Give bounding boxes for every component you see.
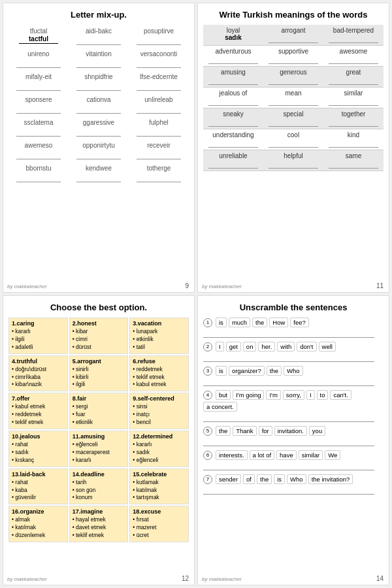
word-tile[interactable]: is [216, 366, 227, 376]
word-tile[interactable]: I [306, 390, 315, 400]
word-tile[interactable]: to [317, 390, 329, 400]
turkish-blank[interactable] [329, 35, 378, 43]
word-tile[interactable]: a lot of [250, 450, 275, 460]
word-tile[interactable]: of [243, 474, 255, 484]
word-tile[interactable]: organizer? [229, 366, 265, 376]
answer-blank[interactable] [16, 150, 60, 159]
answer-blank[interactable] [137, 127, 180, 137]
turkish-blank[interactable] [208, 140, 258, 148]
word-tile[interactable]: you [309, 426, 325, 436]
choose-cell-title: 7.offer [12, 395, 65, 402]
answer-blank[interactable] [137, 173, 180, 182]
word-tile[interactable]: is [216, 318, 227, 327]
turkish-blank[interactable] [269, 98, 318, 106]
choose-option: reddetmek [133, 366, 186, 374]
answer-blank[interactable] [76, 59, 120, 68]
answer-blank[interactable] [76, 36, 120, 45]
answer-blank[interactable] [76, 105, 120, 114]
scrambled-word: kendwee [71, 165, 126, 172]
word-tile[interactable]: sender [216, 474, 241, 484]
turkish-blank[interactable] [329, 140, 378, 148]
word-tile[interactable]: much [229, 318, 250, 327]
letter-grid: tfuctaltactfulaidi-bakcposuptirveunireno… [8, 25, 189, 185]
turkish-blank[interactable] [269, 77, 318, 85]
turkish-blank[interactable] [329, 77, 378, 85]
word-tile[interactable]: sorry, [283, 390, 304, 400]
turkish-blank[interactable] [329, 56, 378, 64]
turkish-blank[interactable] [208, 119, 258, 127]
choose-grid: 1.caringkararlıilgiliadaletli2.honestkib… [8, 318, 189, 542]
scrambled-word: unlireleab [131, 96, 186, 103]
sentence-answer-line[interactable] [203, 438, 374, 446]
answer-blank[interactable] [16, 173, 60, 182]
word-tile[interactable]: a concert. [203, 402, 237, 412]
turkish-blank[interactable] [329, 161, 378, 169]
choose-cell: 4.truthfuldoğru\dürüstcimri\kabakibar\na… [8, 355, 68, 392]
answer-blank[interactable] [76, 127, 120, 137]
sentence-answer-line[interactable] [203, 414, 374, 422]
answer-blank[interactable] [137, 105, 180, 114]
answer-blank[interactable] [76, 173, 120, 182]
answer-blank[interactable] [137, 59, 180, 68]
letter-cell: opponirtytu [69, 139, 129, 162]
word-tile[interactable]: the [267, 366, 282, 376]
answer-blank[interactable] [137, 82, 180, 91]
answer-blank[interactable] [137, 150, 180, 159]
turkish-blank[interactable] [269, 161, 318, 169]
word-tile[interactable]: for [259, 426, 272, 436]
word-tile[interactable]: is [274, 474, 285, 484]
choose-options: fırsatmazeretücret [133, 516, 186, 540]
word-tile[interactable]: the invitation? [308, 474, 353, 484]
turkish-blank[interactable] [208, 77, 258, 85]
answer-blank[interactable] [16, 82, 60, 91]
turkish-blank[interactable] [208, 161, 258, 169]
answer-blank[interactable] [16, 127, 60, 137]
turkish-blank[interactable] [269, 35, 318, 43]
word-tile[interactable]: fee? [290, 318, 309, 327]
answer-blank[interactable] [76, 150, 120, 159]
sentence-answer-line[interactable] [203, 463, 374, 470]
word-tile[interactable]: interests. [216, 450, 248, 460]
word-tile[interactable]: Who [287, 474, 306, 484]
word-tile[interactable]: We [325, 450, 340, 460]
sentence-answer-line[interactable] [203, 378, 374, 386]
turkish-blank[interactable] [269, 56, 318, 64]
word-tile[interactable]: well [319, 342, 336, 351]
word-tile[interactable]: the [216, 426, 231, 436]
turkish-blank[interactable] [269, 119, 318, 127]
word-tile[interactable]: can't. [330, 390, 351, 400]
turkish-blank[interactable] [269, 140, 318, 148]
choose-option: doğru\dürüst [12, 366, 65, 374]
sentence-answer-line[interactable] [203, 330, 374, 338]
word-tile[interactable]: her. [258, 342, 275, 351]
turkish-blank[interactable] [329, 119, 378, 127]
answer-blank[interactable] [137, 36, 180, 45]
word-tile[interactable]: Who [284, 366, 303, 376]
turkish-blank[interactable] [208, 98, 258, 106]
word-tile[interactable]: don't [297, 342, 316, 351]
sentence-answer-line[interactable] [203, 354, 374, 362]
answer-blank[interactable] [76, 82, 120, 91]
choose-cell: 15.celebratekutlamakkatılmaktartışmak [129, 468, 189, 505]
word-tile[interactable]: I'm going [233, 390, 264, 400]
word-tile[interactable]: on [243, 342, 257, 351]
word-tile[interactable]: Thank [233, 426, 256, 436]
word-tile[interactable]: but [216, 390, 231, 400]
word-tile[interactable]: How [269, 318, 288, 327]
turkish-blank[interactable] [329, 98, 378, 106]
word-tile[interactable]: invitation. [274, 426, 307, 436]
word-tile[interactable]: I'm [266, 390, 280, 400]
word-tile[interactable]: similar [299, 450, 323, 460]
word-tile[interactable]: with [277, 342, 295, 351]
panel1-title: Letter mix-up. [8, 10, 189, 20]
sentence-answer-line[interactable] [203, 487, 374, 495]
turkish-blank[interactable] [208, 56, 258, 64]
word-tile[interactable]: have [276, 450, 297, 460]
word-tile[interactable]: get [226, 342, 241, 351]
word-tile[interactable]: I [216, 342, 224, 351]
english-word: jealous of [206, 90, 261, 97]
word-tile[interactable]: the [257, 474, 272, 484]
word-tile[interactable]: the [252, 318, 267, 327]
answer-blank[interactable] [16, 59, 60, 68]
answer-blank[interactable] [16, 105, 60, 114]
